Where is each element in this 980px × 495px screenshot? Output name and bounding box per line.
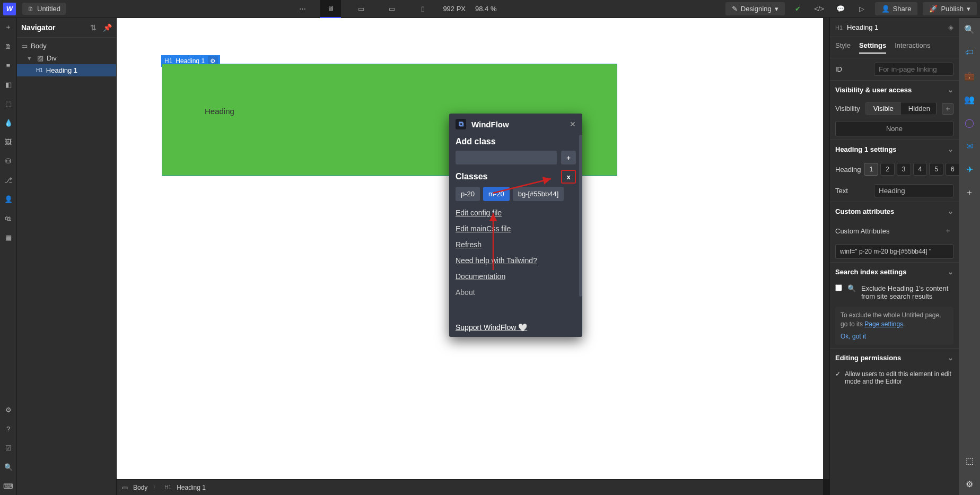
heading-level-3[interactable]: 3 (897, 163, 911, 176)
ext-outlook-icon[interactable]: ✉ (964, 140, 975, 152)
ecommerce-icon[interactable]: 🛍 (4, 213, 13, 223)
chevron-down-icon[interactable]: ⌄ (948, 354, 953, 362)
breadcrumb-body[interactable]: Body (133, 484, 147, 491)
phone-device-icon[interactable]: ▯ (412, 0, 433, 18)
nav-item-body[interactable]: ▭ Body (17, 40, 116, 52)
audit-icon[interactable]: ☑ (4, 443, 13, 453)
exclude-search-checkbox[interactable] (835, 284, 842, 291)
chevron-down-icon[interactable]: ⌄ (948, 86, 953, 94)
perms-allow: Allow users to edit this element in edit… (845, 370, 953, 385)
components-icon[interactable]: ◧ (4, 80, 13, 89)
cms-icon[interactable]: ⛁ (4, 156, 13, 166)
docs-link[interactable]: Documentation (456, 272, 576, 281)
page-title-button[interactable]: 🗎 Untitled (22, 3, 66, 15)
vertical-scrollbar[interactable] (823, 18, 829, 479)
assets-icon[interactable]: 🖼 (4, 137, 13, 146)
navigator-tree: ▭ Body ▾ ▨ Div H1 Heading 1 (17, 38, 116, 79)
publish-button[interactable]: 🚀 Publish ▾ (923, 2, 977, 15)
check-icon[interactable]: ✔ (790, 1, 806, 17)
class-chip-p20[interactable]: p-20 (456, 187, 480, 201)
help-link[interactable]: Need help with Tailwind? (456, 256, 576, 265)
workspace: H1 Heading 1 ⚙ Heading ▭ Body 〉 H1 Headi… (117, 18, 829, 495)
search-icon[interactable]: 🔍 (4, 462, 13, 472)
navigator-icon[interactable]: ≡ (4, 60, 13, 70)
breadcrumb-h1[interactable]: Heading 1 (177, 484, 206, 491)
windflow-header: ⧉ WindFlow ✕ (449, 114, 582, 135)
visibility-label: Visibility (835, 105, 860, 112)
breadcrumb-sep: 〉 (153, 483, 159, 492)
pin-icon[interactable]: 📌 (103, 23, 112, 32)
tab-settings[interactable]: Settings (859, 41, 886, 54)
add-class-button[interactable]: + (561, 151, 576, 164)
comment-icon[interactable]: 💬 (833, 1, 848, 17)
ext-send-icon[interactable]: ✈ (964, 163, 975, 175)
class-chip-bg[interactable]: bg-[#55bb44] (513, 187, 564, 201)
visibility-hidden[interactable]: Hidden (901, 102, 937, 115)
class-chip-m20[interactable]: m-20 (483, 187, 510, 201)
style-manager-icon[interactable]: 💧 (4, 118, 13, 127)
component-create-icon[interactable]: ◈ (948, 23, 953, 31)
ext-search-icon[interactable]: 🔍 (964, 23, 975, 35)
tab-style[interactable]: Style (835, 41, 851, 54)
tab-interactions[interactable]: Interactions (895, 41, 930, 54)
expand-collapse-icon[interactable]: ⇅ (90, 23, 97, 32)
code-icon[interactable]: </> (811, 1, 827, 17)
about-link[interactable]: About (456, 288, 576, 297)
page-settings-link[interactable]: Page settings (864, 320, 903, 328)
ext-briefcase-icon[interactable]: 💼 (964, 70, 975, 82)
pages-icon[interactable]: 🗎 (4, 41, 13, 51)
heading-level-5[interactable]: 5 (929, 163, 943, 176)
help-icon[interactable]: ? (4, 424, 13, 433)
keyboard-icon[interactable]: ⌨ (4, 481, 13, 491)
visibility-none[interactable]: None (835, 121, 953, 136)
close-icon[interactable]: ✕ (570, 120, 576, 128)
navigator-panel: Navigator ⇅ 📌 ▭ Body ▾ ▨ Div H1 Heading … (17, 18, 117, 495)
ext-people-icon[interactable]: 👥 (964, 93, 975, 105)
apps-icon[interactable]: ▦ (4, 232, 13, 242)
chevron-down-icon[interactable]: ⌄ (948, 145, 953, 153)
logic-icon[interactable]: ⎇ (4, 175, 13, 185)
webflow-logo[interactable]: W (3, 3, 16, 15)
support-link[interactable]: Support WindFlow 🤍 (456, 323, 527, 332)
ext-tag-icon[interactable]: 🏷 (964, 47, 975, 58)
users-icon[interactable]: 👤 (4, 194, 13, 204)
nav-item-heading1[interactable]: H1 Heading 1 (17, 64, 116, 76)
ok-got-it-link[interactable]: Ok, got it (841, 332, 948, 341)
add-element-icon[interactable]: ＋ (4, 22, 13, 32)
heading-level-2[interactable]: 2 (880, 163, 895, 176)
preview-icon[interactable]: ▷ (854, 1, 870, 17)
more-icon[interactable]: ⋯ (294, 1, 310, 17)
variables-icon[interactable]: ⬚ (4, 99, 13, 108)
add-class-input[interactable] (456, 151, 557, 164)
heading-level-4[interactable]: 4 (913, 163, 928, 176)
custom-attr-value[interactable]: winf=" p-20 m-20 bg-[#55bb44] " (835, 244, 953, 259)
ext-settings-icon[interactable]: ⚙ (964, 478, 975, 490)
ext-office-icon[interactable]: ◯ (964, 117, 975, 128)
windflow-popup: ⧉ WindFlow ✕ Add class + Classes x p-20 … (449, 114, 582, 337)
heading-level-6[interactable]: 6 (946, 163, 959, 176)
visibility-visible[interactable]: Visible (866, 102, 901, 115)
collapse-icon[interactable]: ▾ (28, 54, 34, 62)
share-button[interactable]: 👤 Share (875, 2, 918, 15)
edit-config-link[interactable]: Edit config file (456, 209, 576, 217)
settings-icon[interactable]: ⚙ (4, 405, 13, 414)
ext-plus-icon[interactable]: ＋ (964, 187, 975, 198)
custom-attrs-section: Custom attributes (835, 207, 894, 215)
add-attribute-button[interactable]: ＋ (942, 225, 953, 237)
edit-maincss-link[interactable]: Edit mainCss file (456, 224, 576, 233)
nav-item-div[interactable]: ▾ ▨ Div (17, 52, 116, 64)
designing-button[interactable]: ✎ Designing ▾ (725, 2, 785, 15)
chevron-down-icon[interactable]: ⌄ (948, 207, 953, 215)
refresh-link[interactable]: Refresh (456, 240, 576, 249)
ext-select-icon[interactable]: ⬚ (964, 455, 975, 466)
heading-level-1[interactable]: 1 (864, 163, 878, 176)
landscape-phone-icon[interactable]: ▭ (381, 0, 402, 18)
desktop-device-icon[interactable]: 🖥 (320, 0, 341, 18)
tablet-device-icon[interactable]: ▭ (351, 0, 372, 18)
windflow-scrollbar[interactable] (579, 135, 582, 297)
heading-text-input[interactable] (874, 184, 953, 197)
delete-class-button[interactable]: x (561, 170, 576, 184)
id-input[interactable] (874, 63, 953, 76)
visibility-add-button[interactable]: ＋ (942, 103, 953, 115)
chevron-down-icon[interactable]: ⌄ (948, 268, 953, 276)
